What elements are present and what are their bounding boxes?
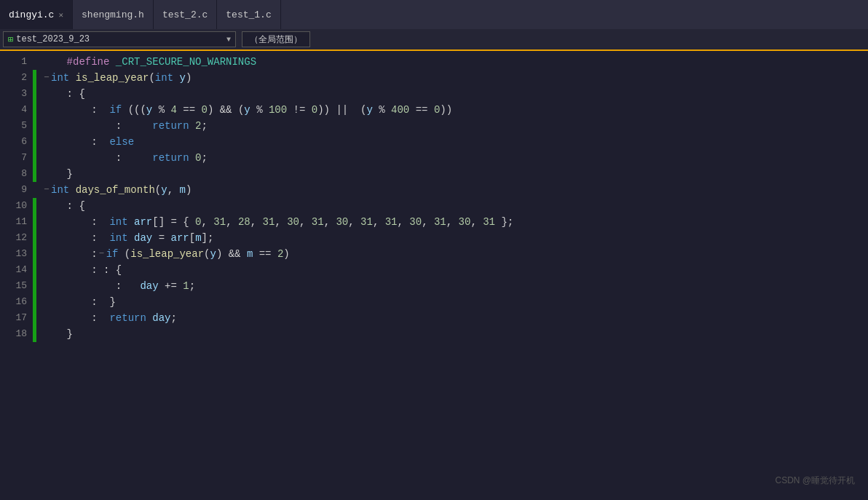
code-line-11: : int arr [] = { 0 , 31 , 28 , 31 , 30 ,…	[42, 214, 868, 230]
code-line-18: }	[42, 326, 868, 342]
global-scope-label: （全局范围）	[242, 31, 310, 47]
line-num-14: 14	[0, 262, 27, 278]
code-content: #define _CRT_SECURE_NO_WARNINGS ─ int is…	[36, 51, 868, 500]
code-line-16: : }	[42, 294, 868, 310]
code-line-6: : else	[42, 134, 868, 150]
line-num-17: 17	[0, 310, 27, 326]
line-numbers: 1 2 3 4 5 6 7 8 9 10 11 12 13 14 15 16 1…	[0, 51, 33, 500]
line-num-6: 6	[0, 134, 27, 150]
tab-label: test_1.c	[226, 9, 271, 20]
line-num-10: 10	[0, 198, 27, 214]
code-area: 1 2 3 4 5 6 7 8 9 10 11 12 13 14 15 16 1…	[0, 51, 868, 500]
code-line-14: : : {	[42, 262, 868, 278]
title-bar: dingyi.c ✕ shengming.h test_2.c test_1.c	[0, 0, 868, 29]
watermark: CSDN @睡觉待开机	[775, 475, 855, 487]
toolbar: ⊞ test_2023_9_23 ▼ （全局范围）	[0, 29, 868, 51]
tab-shengming-h[interactable]: shengming.h	[73, 0, 154, 29]
code-line-17: : return day ;	[42, 310, 868, 326]
code-line-15: : day += 1 ;	[42, 278, 868, 294]
line-num-12: 12	[0, 230, 27, 246]
line-num-8: 8	[0, 166, 27, 182]
line-num-15: 15	[0, 278, 27, 294]
line-num-5: 5	[0, 118, 27, 134]
collapse-icon-line13[interactable]: ─	[98, 246, 106, 262]
tab-label: dingyi.c	[9, 9, 54, 20]
line-num-2: 2	[0, 70, 27, 86]
code-line-7: : return 0 ;	[42, 150, 868, 166]
macro-name: _CRT_SECURE_NO_WARNINGS	[116, 54, 256, 70]
line-num-16: 16	[0, 294, 27, 310]
code-line-1: #define _CRT_SECURE_NO_WARNINGS	[42, 54, 868, 70]
collapse-icon-line9[interactable]: ─	[42, 182, 51, 198]
code-line-4: : if ((( y % 4 == 0 ) && ( y % 100 != 0 …	[42, 102, 868, 118]
kw-int: int	[51, 182, 69, 198]
line-num-9: 9	[0, 182, 27, 198]
line-num-18: 18	[0, 326, 27, 342]
scope-grid-icon: ⊞	[8, 34, 13, 45]
line-num-7: 7	[0, 150, 27, 166]
code-line-12: : int day = arr [ m ];	[42, 230, 868, 246]
tab-test-1-c[interactable]: test_1.c	[217, 0, 280, 29]
collapse-icon-line2[interactable]: ─	[42, 70, 51, 86]
line-num-3: 3	[0, 86, 27, 102]
tab-label: test_2.c	[162, 9, 208, 20]
scope-selector[interactable]: ⊞ test_2023_9_23 ▼	[3, 31, 236, 47]
fn-is-leap-year: is_leap_year	[76, 70, 149, 86]
tab-dingyi-c[interactable]: dingyi.c ✕	[0, 0, 73, 29]
code-line-9: ─ int days_of_month ( y , m )	[42, 182, 868, 198]
line-num-11: 11	[0, 214, 27, 230]
keyword-define: #define	[67, 54, 110, 70]
line-num-4: 4	[0, 102, 27, 118]
indent	[42, 54, 67, 70]
tab-test-2-c[interactable]: test_2.c	[154, 0, 217, 29]
line-num-13: 13	[0, 246, 27, 262]
tab-label: shengming.h	[82, 9, 144, 20]
line-num-1: 1	[0, 54, 27, 70]
close-icon[interactable]: ✕	[58, 10, 63, 20]
code-line-5: : return 2 ;	[42, 118, 868, 134]
kw-int: int	[51, 70, 69, 86]
code-line-8: }	[42, 166, 868, 182]
code-line-2: ─ int is_leap_year ( int y )	[42, 70, 868, 86]
scope-text: test_2023_9_23	[16, 34, 224, 44]
code-line-3: : {	[42, 86, 868, 102]
code-line-13: : ─ if ( is_leap_year ( y ) && m == 2 )	[42, 246, 868, 262]
code-line-10: : {	[42, 198, 868, 214]
fn-days-of-month: days_of_month	[76, 182, 155, 198]
scope-dropdown-icon[interactable]: ▼	[226, 36, 231, 44]
